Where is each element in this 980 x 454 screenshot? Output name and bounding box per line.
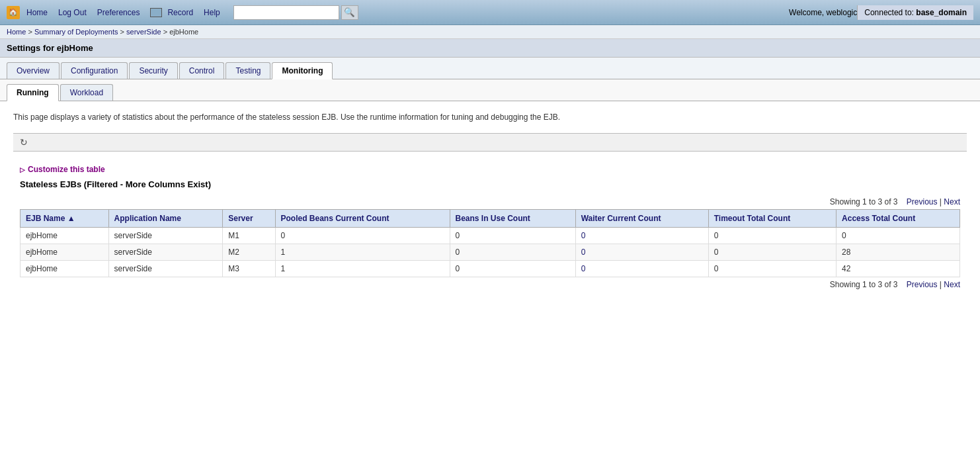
row2-beans-in-use: 0: [450, 244, 575, 261]
welcome-area: Welcome, weblogic Connected to: base_dom…: [789, 5, 973, 20]
pagination-top-next[interactable]: Next: [944, 197, 960, 206]
col-timeout-link[interactable]: Timeout Total Count: [714, 214, 791, 223]
nav-logout[interactable]: Log Out: [58, 8, 87, 17]
breadcrumb: Home > Summary of Deployments > serverSi…: [0, 25, 980, 39]
pagination-top-showing: Showing 1 to 3 of 3: [830, 197, 898, 206]
row3-timeout-total: 0: [708, 261, 836, 277]
pagination-top-previous[interactable]: Previous: [907, 197, 938, 206]
table-container: ▷ Customize this table Stateless EJBs (F…: [13, 158, 967, 298]
row3-beans-in-use: 0: [450, 261, 575, 277]
tab-monitoring[interactable]: Monitoring: [272, 62, 333, 79]
data-table: EJB Name ▲ Application Name Server Poole…: [20, 209, 960, 277]
col-app-name-link[interactable]: Application Name: [114, 214, 181, 223]
topbar: 🏠 Home Log Out Preferences Record Help 🔍…: [0, 0, 980, 25]
row2-app-name: serverSide: [108, 244, 223, 261]
row3-access-total: 42: [837, 261, 960, 277]
row2-waiter-current: 0: [575, 244, 708, 261]
row1-server: M1: [223, 228, 275, 244]
tab-security[interactable]: Security: [129, 62, 177, 79]
col-access-link[interactable]: Access Total Count: [842, 214, 915, 223]
tab-configuration[interactable]: Configuration: [61, 62, 128, 79]
row3-pooled-beans: 1: [275, 261, 450, 277]
col-pooled-beans[interactable]: Pooled Beans Current Count: [275, 210, 450, 228]
search-icon: 🔍: [344, 7, 355, 17]
row3-ejb-name: ejbHome: [20, 261, 109, 277]
table-title: Stateless EJBs (Filtered - More Columns …: [20, 179, 960, 189]
tab-overview[interactable]: Overview: [7, 62, 60, 79]
row1-pooled-beans: 0: [275, 228, 450, 244]
table-row: ejbHome serverSide M2 1 0 0 0 28: [20, 244, 960, 261]
col-access-total[interactable]: Access Total Count: [837, 210, 960, 228]
breadcrumb-serverside[interactable]: serverSide: [126, 28, 161, 36]
refresh-bar: ↻: [13, 133, 967, 152]
row2-access-total: 28: [837, 244, 960, 261]
breadcrumb-ejbhome: ejbHome: [169, 28, 198, 36]
row1-timeout-total: 0: [708, 228, 836, 244]
search-button[interactable]: 🔍: [341, 5, 358, 20]
pagination-bottom-next[interactable]: Next: [944, 280, 960, 289]
col-server[interactable]: Server: [223, 210, 275, 228]
tab-testing[interactable]: Testing: [225, 62, 270, 79]
table-header-row: EJB Name ▲ Application Name Server Poole…: [20, 210, 960, 228]
subtab-workload[interactable]: Workload: [60, 84, 113, 101]
search-area: 🔍: [233, 5, 358, 20]
primary-tabs: Overview Configuration Security Control …: [0, 58, 980, 79]
description-text: This page displays a variety of statisti…: [13, 111, 967, 123]
col-waiter-current[interactable]: Waiter Current Count: [575, 210, 708, 228]
breadcrumb-sep-3: >: [163, 28, 167, 36]
refresh-icon[interactable]: ↻: [19, 137, 29, 148]
pagination-bottom-showing: Showing 1 to 3 of 3: [830, 280, 898, 289]
row1-app-name: serverSide: [108, 228, 223, 244]
col-ejb-name[interactable]: EJB Name ▲: [20, 210, 109, 228]
search-input[interactable]: [233, 5, 339, 20]
col-beans-in-use-link[interactable]: Beans In Use Count: [456, 214, 530, 223]
row1-ejb-name: ejbHome: [20, 228, 109, 244]
row2-timeout-total: 0: [708, 244, 836, 261]
row3-waiter-current: 0: [575, 261, 708, 277]
customize-link[interactable]: ▷ Customize this table: [20, 165, 960, 174]
pagination-bottom-previous[interactable]: Previous: [907, 280, 938, 289]
page-title: Settings for ejbHome: [0, 39, 980, 58]
customize-arrow-icon: ▷: [20, 166, 25, 173]
tab-control[interactable]: Control: [179, 62, 225, 79]
breadcrumb-sep-2: >: [120, 28, 124, 36]
nav-help[interactable]: Help: [204, 8, 220, 17]
nav-home[interactable]: Home: [26, 8, 48, 17]
breadcrumb-home[interactable]: Home: [7, 28, 26, 36]
col-app-name[interactable]: Application Name: [108, 210, 223, 228]
row3-server: M3: [223, 261, 275, 277]
row3-app-name: serverSide: [108, 261, 223, 277]
nav-preferences[interactable]: Preferences: [97, 8, 140, 17]
col-beans-in-use[interactable]: Beans In Use Count: [450, 210, 575, 228]
home-icon[interactable]: 🏠: [7, 6, 20, 19]
col-waiter-link[interactable]: Waiter Current Count: [581, 214, 661, 223]
row1-access-total: 0: [837, 228, 960, 244]
subtabs: Running Workload: [0, 79, 980, 101]
row2-pooled-beans: 1: [275, 244, 450, 261]
breadcrumb-sep-1: >: [28, 28, 32, 36]
table-row: ejbHome serverSide M1 0 0 0 0 0: [20, 228, 960, 244]
nav-record[interactable]: Record: [167, 8, 193, 17]
connected-domain: Connected to: base_domain: [857, 5, 973, 20]
record-icon: [150, 8, 162, 17]
content-area: This page displays a variety of statisti…: [0, 101, 980, 308]
table-row: ejbHome serverSide M3 1 0 0 0 42: [20, 261, 960, 277]
col-timeout-total[interactable]: Timeout Total Count: [708, 210, 836, 228]
col-server-link[interactable]: Server: [228, 214, 253, 223]
nav-links: Home Log Out Preferences Record Help: [26, 8, 220, 17]
row1-beans-in-use: 0: [450, 228, 575, 244]
customize-link-label: Customize this table: [28, 165, 105, 174]
col-pooled-beans-link[interactable]: Pooled Beans Current Count: [281, 214, 389, 223]
row1-waiter-current: 0: [575, 228, 708, 244]
welcome-text: Welcome, weblogic: [789, 8, 857, 17]
breadcrumb-deployments[interactable]: Summary of Deployments: [34, 28, 118, 36]
row2-server: M2: [223, 244, 275, 261]
row2-ejb-name: ejbHome: [20, 244, 109, 261]
subtab-running[interactable]: Running: [7, 84, 59, 101]
pagination-bottom: Showing 1 to 3 of 3 Previous | Next: [20, 277, 960, 292]
col-ejb-name-link[interactable]: EJB Name: [26, 214, 65, 223]
main-content: Overview Configuration Security Control …: [0, 58, 980, 308]
pagination-top: Showing 1 to 3 of 3 Previous | Next: [20, 195, 960, 209]
